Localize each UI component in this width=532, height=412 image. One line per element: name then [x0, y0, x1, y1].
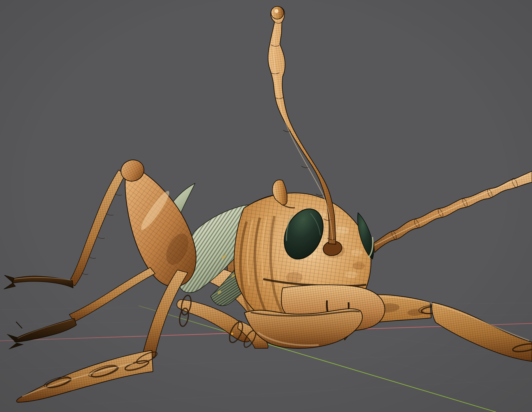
vignette-overlay — [0, 0, 532, 412]
viewport-canvas — [0, 0, 532, 412]
3d-viewport[interactable] — [0, 0, 532, 412]
